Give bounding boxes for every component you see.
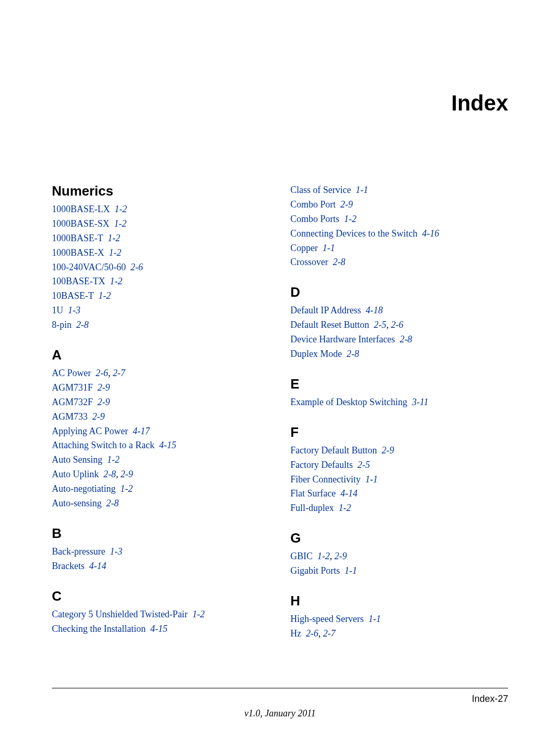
- index-term[interactable]: Auto-sensing: [52, 498, 102, 508]
- index-page-ref[interactable]: 3-11: [412, 397, 428, 407]
- index-page-ref[interactable]: 1-2: [99, 290, 111, 301]
- index-entry[interactable]: Class of Service 1-1: [290, 183, 508, 198]
- index-term[interactable]: Auto Sensing: [52, 454, 103, 465]
- index-page-ref[interactable]: 4-14: [340, 488, 357, 499]
- index-term[interactable]: Auto Uplink: [52, 469, 99, 479]
- index-term[interactable]: Combo Port: [290, 199, 336, 210]
- index-term[interactable]: 1000BASE-X: [52, 247, 104, 258]
- index-page-ref[interactable]: 1-2: [115, 204, 127, 214]
- index-page-ref[interactable]: 1-1: [356, 185, 368, 195]
- index-term[interactable]: Flat Surface: [290, 488, 335, 499]
- index-entry[interactable]: Checking the Installation 4-15: [52, 622, 270, 637]
- index-entry[interactable]: Brackets 4-14: [52, 559, 270, 574]
- index-entry[interactable]: Connecting Devices to the Switch 4-16: [290, 227, 508, 241]
- index-term[interactable]: High-speed Servers: [290, 614, 363, 624]
- index-entry[interactable]: Default Reset Button 2-5, 2-6: [290, 318, 508, 333]
- index-page-ref[interactable]: 2-8: [76, 320, 89, 330]
- index-entry[interactable]: AGM733 2-9: [52, 410, 270, 424]
- index-page-ref[interactable]: 4-16: [422, 228, 439, 239]
- index-entry[interactable]: Auto-sensing 2-8: [52, 496, 270, 511]
- index-term[interactable]: Factory Default Button: [290, 445, 377, 455]
- index-term[interactable]: 100-240VAC/50-60: [52, 262, 126, 272]
- index-term[interactable]: AGM731F: [52, 382, 93, 393]
- index-term[interactable]: AC Power: [52, 368, 91, 378]
- index-entry[interactable]: AGM731F 2-9: [52, 381, 270, 395]
- index-entry[interactable]: Auto Uplink 2-8, 2-9: [52, 467, 270, 482]
- index-entry[interactable]: Example of Desktop Switching 3-11: [290, 395, 508, 410]
- index-page-ref[interactable]: 2-6: [306, 628, 318, 639]
- index-entry[interactable]: 1000BASE-T 1-2: [52, 231, 270, 246]
- index-page-ref[interactable]: 2-5: [357, 460, 370, 470]
- index-entry[interactable]: Default IP Address 4-18: [290, 303, 508, 318]
- index-page-ref[interactable]: 1-1: [368, 614, 381, 624]
- index-entry[interactable]: 10BASE-T 1-2: [52, 289, 270, 303]
- index-page-ref[interactable]: 4-15: [159, 440, 176, 450]
- index-page-ref[interactable]: 4-14: [89, 561, 106, 571]
- index-page-ref[interactable]: 1-2: [107, 454, 120, 465]
- index-entry[interactable]: Crossover 2-8: [290, 255, 508, 270]
- index-page-ref[interactable]: 4-15: [150, 624, 167, 634]
- index-page-ref[interactable]: 1-3: [110, 546, 122, 557]
- index-page-ref[interactable]: 1-2: [317, 551, 330, 561]
- index-page-ref[interactable]: 2-6: [131, 262, 143, 272]
- index-entry[interactable]: Copper 1-1: [290, 241, 508, 256]
- index-term[interactable]: Applying AC Power: [52, 426, 128, 436]
- index-page-ref[interactable]: 2-8: [333, 257, 345, 267]
- index-entry[interactable]: Combo Port 2-9: [290, 198, 508, 212]
- index-term[interactable]: Fiber Connectivity: [290, 474, 360, 485]
- index-page-ref[interactable]: 2-8: [400, 334, 412, 344]
- index-entry[interactable]: High-speed Servers 1-1: [290, 612, 508, 627]
- index-entry[interactable]: Back-pressure 1-3: [52, 545, 270, 559]
- index-entry[interactable]: Factory Defaults 2-5: [290, 458, 508, 473]
- index-entry[interactable]: Hz 2-6, 2-7: [290, 627, 508, 641]
- index-page-ref[interactable]: 1-2: [110, 276, 122, 286]
- index-page-ref[interactable]: 2-6: [96, 368, 108, 378]
- index-page-ref[interactable]: 2-8: [104, 469, 116, 479]
- index-entry[interactable]: AGM732F 2-9: [52, 395, 270, 410]
- index-entry[interactable]: GBIC 1-2, 2-9: [290, 549, 508, 564]
- index-term[interactable]: Factory Defaults: [290, 460, 353, 470]
- index-term[interactable]: 8-pin: [52, 320, 72, 330]
- index-page-ref[interactable]: 1-2: [192, 609, 205, 619]
- index-term[interactable]: Device Hardware Interfaces: [290, 334, 395, 344]
- index-page-ref[interactable]: 2-6: [391, 320, 403, 330]
- index-term[interactable]: Brackets: [52, 561, 85, 571]
- index-entry[interactable]: Full-duplex 1-2: [290, 501, 508, 516]
- index-entry[interactable]: Device Hardware Interfaces 2-8: [290, 333, 508, 347]
- index-term[interactable]: Copper: [290, 243, 318, 253]
- index-term[interactable]: Default Reset Button: [290, 320, 369, 330]
- index-page-ref[interactable]: 1-2: [339, 503, 351, 513]
- index-term[interactable]: AGM733: [52, 411, 88, 422]
- index-page-ref[interactable]: 2-9: [121, 469, 133, 479]
- index-term[interactable]: Example of Desktop Switching: [290, 397, 407, 407]
- index-term[interactable]: Duplex Mode: [290, 349, 342, 359]
- index-term[interactable]: 1U: [52, 305, 63, 315]
- index-page-ref[interactable]: 2-7: [323, 628, 335, 639]
- index-page-ref[interactable]: 4-18: [366, 305, 383, 315]
- index-entry[interactable]: 100-240VAC/50-60 2-6: [52, 260, 270, 275]
- index-page-ref[interactable]: 4-17: [133, 426, 150, 436]
- index-page-ref[interactable]: 1-3: [68, 305, 80, 315]
- index-entry[interactable]: Combo Ports 1-2: [290, 212, 508, 227]
- index-entry[interactable]: Auto Sensing 1-2: [52, 453, 270, 467]
- index-entry[interactable]: Auto-negotiating 1-2: [52, 482, 270, 496]
- index-term[interactable]: Gigabit Ports: [290, 565, 340, 576]
- index-page-ref[interactable]: 2-7: [113, 368, 125, 378]
- index-term[interactable]: Category 5 Unshielded Twisted-Pair: [52, 609, 188, 619]
- index-entry[interactable]: AC Power 2-6, 2-7: [52, 366, 270, 381]
- index-entry[interactable]: Factory Default Button 2-9: [290, 444, 508, 458]
- index-page-ref[interactable]: 1-2: [344, 214, 357, 224]
- index-page-ref[interactable]: 2-5: [374, 320, 386, 330]
- index-term[interactable]: Combo Ports: [290, 214, 340, 224]
- index-entry[interactable]: 100BASE-TX 1-2: [52, 274, 270, 289]
- index-page-ref[interactable]: 2-9: [334, 551, 347, 561]
- index-term[interactable]: Back-pressure: [52, 546, 105, 557]
- index-page-ref[interactable]: 2-8: [346, 349, 359, 359]
- index-term[interactable]: Connecting Devices to the Switch: [290, 228, 417, 239]
- index-term[interactable]: Default IP Address: [290, 305, 361, 315]
- index-page-ref[interactable]: 2-8: [106, 498, 119, 508]
- index-term[interactable]: 1000BASE-SX: [52, 218, 109, 229]
- index-term[interactable]: 1000BASE-T: [52, 233, 103, 243]
- index-entry[interactable]: Fiber Connectivity 1-1: [290, 473, 508, 487]
- index-page-ref[interactable]: 1-2: [109, 247, 121, 258]
